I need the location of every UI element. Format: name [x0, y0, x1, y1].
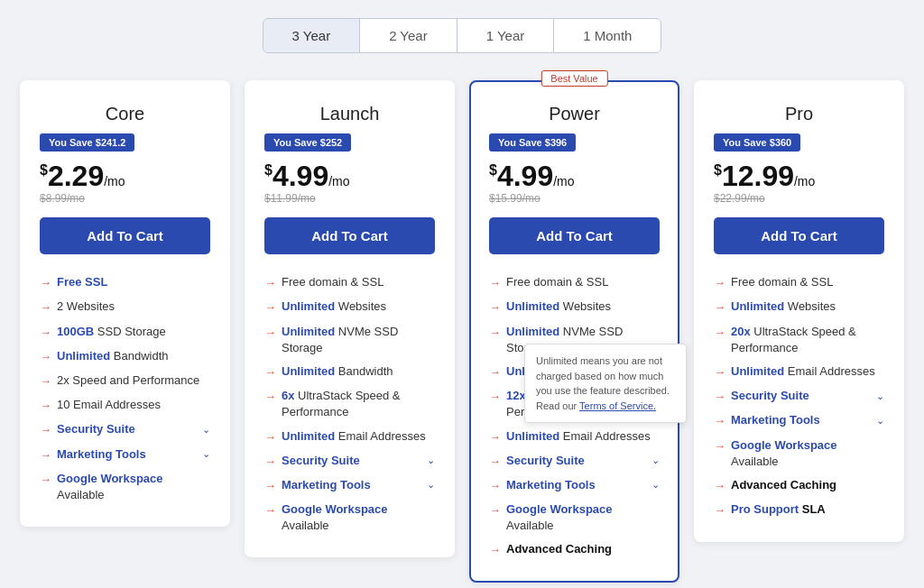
- arrow-icon: →: [40, 422, 51, 438]
- list-item: →6x UltraStack Speed & Performance: [264, 384, 435, 424]
- best-value-badge: Best Value: [541, 70, 607, 87]
- arrow-icon: →: [714, 364, 725, 381]
- arrow-icon: →: [40, 299, 51, 316]
- list-item: →Unlimited Websites: [489, 295, 660, 319]
- list-item: →100GB SSD Storage: [40, 320, 210, 345]
- arrow-icon: →: [264, 299, 276, 316]
- list-item: →Free domain & SSL: [489, 271, 660, 295]
- savings-badge-pro: You Save $360: [714, 133, 800, 152]
- unlimited-tooltip: Unlimited means you are not charged base…: [524, 344, 687, 423]
- list-item: →2x Speed and Performance: [40, 369, 210, 393]
- plan-card-core: Core You Save $241.2 $2.29/mo $8.99/mo A…: [20, 80, 230, 527]
- arrow-icon: →: [714, 299, 725, 316]
- arrow-icon: →: [714, 438, 725, 455]
- tab-1year[interactable]: 1 Year: [457, 19, 555, 52]
- add-to-cart-launch[interactable]: Add To Cart: [264, 217, 435, 254]
- arrow-icon: →: [489, 429, 501, 446]
- arrow-icon: →: [489, 299, 501, 316]
- arrow-icon: →: [714, 413, 725, 429]
- arrow-icon: →: [714, 389, 725, 405]
- list-item: →Google Workspace Available: [264, 498, 435, 537]
- tab-2year[interactable]: 2 Year: [360, 19, 457, 52]
- arrow-icon: →: [489, 325, 501, 341]
- price-main-core: $2.29/mo: [40, 161, 210, 192]
- arrow-icon: →: [489, 454, 501, 470]
- arrow-icon: →: [714, 325, 725, 341]
- arrow-icon: →: [489, 542, 501, 558]
- arrow-icon: →: [264, 389, 276, 405]
- price-area-power: $4.99/mo $15.99/mo: [489, 161, 660, 205]
- chevron-down-icon: ⌄: [651, 478, 660, 492]
- tab-3year[interactable]: 3 Year: [263, 19, 361, 52]
- arrow-icon: →: [40, 447, 51, 464]
- add-to-cart-core[interactable]: Add To Cart: [40, 217, 210, 254]
- list-item: →10 Email Addresses: [40, 393, 210, 418]
- price-original-power: $15.99/mo: [489, 192, 660, 205]
- savings-badge-launch: You Save $252: [264, 133, 351, 152]
- list-item: →Unlimited Bandwidth: [264, 360, 435, 384]
- list-item: →20x UltraStack Speed & Performance: [714, 320, 884, 360]
- arrow-icon: →: [489, 478, 501, 494]
- feature-list-launch: →Free domain & SSL →Unlimited Websites →…: [264, 271, 435, 537]
- arrow-icon: →: [40, 472, 51, 488]
- list-item: →Unlimited Websites: [264, 295, 435, 319]
- list-item: →Unlimited Email Addresses: [264, 425, 435, 449]
- price-main-launch: $4.99/mo: [264, 161, 435, 192]
- arrow-icon: →: [264, 429, 276, 446]
- list-item: →Free domain & SSL: [264, 271, 435, 295]
- arrow-icon: →: [264, 325, 276, 341]
- add-to-cart-pro[interactable]: Add To Cart: [714, 217, 884, 254]
- list-item: →Unlimited Bandwidth: [40, 345, 210, 369]
- price-main-power: $4.99/mo: [489, 161, 660, 192]
- add-to-cart-power[interactable]: Add To Cart: [489, 217, 660, 254]
- price-original-launch: $11.99/mo: [264, 192, 435, 205]
- list-item: →Google Workspace Available: [714, 434, 884, 473]
- list-item: → Security Suite⌄: [714, 384, 884, 409]
- plan-name-core: Core: [40, 104, 210, 124]
- arrow-icon: →: [489, 275, 501, 291]
- arrow-icon: →: [264, 275, 276, 291]
- list-item: →Unlimited Email Addresses: [489, 425, 660, 449]
- chevron-down-icon: ⌄: [651, 454, 660, 467]
- arrow-icon: →: [264, 478, 276, 494]
- price-area-core: $2.29/mo $8.99/mo: [40, 161, 210, 205]
- plan-name-launch: Launch: [264, 104, 435, 124]
- arrow-icon: →: [714, 478, 725, 494]
- list-item: →Free SSL: [40, 271, 210, 295]
- list-item: → Marketing Tools⌄: [264, 473, 435, 498]
- feature-list-pro: →Free domain & SSL →Unlimited Websites →…: [714, 271, 884, 522]
- plan-name-power: Power: [489, 104, 660, 124]
- tab-1month[interactable]: 1 Month: [554, 19, 661, 52]
- savings-badge-power: You Save $396: [489, 133, 576, 152]
- arrow-icon: →: [264, 502, 276, 519]
- list-item: →Unlimited Email Addresses: [714, 360, 884, 384]
- price-original-pro: $22.99/mo: [714, 192, 884, 205]
- plan-name-pro: Pro: [714, 104, 884, 124]
- list-item: → Marketing Tools⌄: [714, 409, 884, 433]
- arrow-icon: →: [714, 502, 725, 519]
- list-item: →Unlimited NVMe SSD Storage: [264, 320, 435, 360]
- period-tabs: 3 Year 2 Year 1 Year 1 Month: [263, 18, 662, 53]
- savings-badge-core: You Save $241.2: [40, 133, 134, 152]
- price-main-pro: $12.99/mo: [714, 161, 884, 192]
- list-item: →Google Workspace Available: [40, 467, 210, 507]
- price-original-core: $8.99/mo: [40, 192, 210, 205]
- list-item: →Unlimited Websites: [714, 295, 884, 319]
- tooltip-link[interactable]: Terms of Service.: [579, 400, 656, 411]
- list-item: → Marketing Tools⌄: [40, 443, 210, 467]
- chevron-down-icon: ⌄: [876, 414, 884, 427]
- arrow-icon: →: [40, 349, 51, 365]
- list-item: → Marketing Tools⌄: [489, 473, 660, 498]
- list-item: →Free domain & SSL: [714, 271, 884, 295]
- arrow-icon: →: [40, 398, 51, 414]
- chevron-down-icon: ⌄: [202, 447, 210, 461]
- arrow-icon: →: [489, 364, 501, 381]
- plans-container: Core You Save $241.2 $2.29/mo $8.99/mo A…: [20, 80, 904, 583]
- arrow-icon: →: [40, 373, 51, 390]
- chevron-down-icon: ⌄: [876, 390, 884, 403]
- arrow-icon: →: [40, 275, 51, 291]
- arrow-icon: →: [40, 325, 51, 341]
- list-item: →Pro Support SLA: [714, 498, 884, 522]
- list-item: → Security Suite⌄: [264, 449, 435, 473]
- feature-list-core: →Free SSL →2 Websites →100GB SSD Storage…: [40, 271, 210, 507]
